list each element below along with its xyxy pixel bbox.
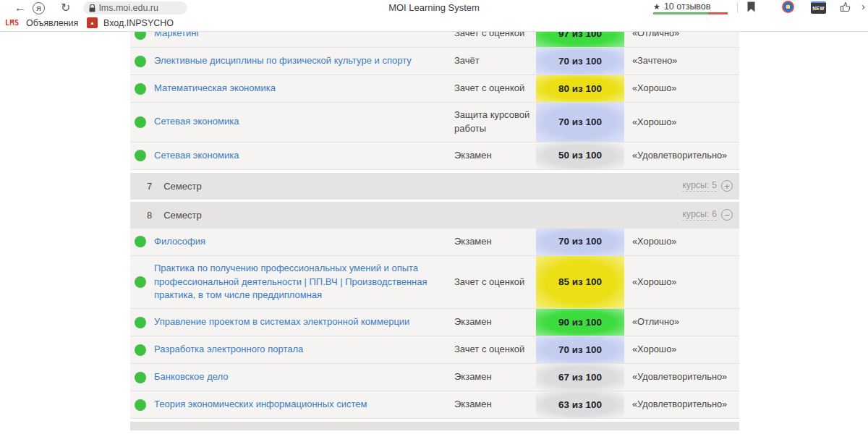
control-type: Зачет с оценкой [454, 256, 536, 309]
score-value: 80 из 100 [558, 82, 602, 96]
score-cell: 67 из 100 [536, 364, 624, 391]
course-status-icon [135, 276, 146, 288]
score-value: 67 из 100 [558, 370, 602, 385]
course-row: Философия Экзамен 70 из 100 «Хорошо» [130, 229, 739, 256]
control-type: Экзамен [454, 309, 536, 336]
control-type: Экзамен [454, 364, 536, 391]
score-cell: 70 из 100 [536, 103, 624, 142]
status-dot-cell [130, 336, 154, 363]
courses-count-link[interactable]: курсы: 5 [682, 180, 717, 192]
status-dot-cell [130, 103, 154, 142]
grade-text: «Хорошо» [624, 75, 739, 102]
course-row: Элективные дисциплины по физической куль… [130, 48, 739, 75]
score-value: 70 из 100 [558, 234, 602, 249]
browser-chrome: ← Я ↻ lms.moi.edu.ru MOI Learning System… [0, 0, 868, 32]
score-value: 70 из 100 [558, 343, 602, 357]
browser-profile-icon[interactable]: Я [33, 2, 45, 14]
course-name-link[interactable]: Сетевая экономика [154, 103, 454, 142]
new-extension-icon[interactable]: NEW [811, 1, 826, 14]
semester-row[interactable]: 7 Семестр курсы: 5 + [130, 173, 739, 200]
course-row: Банковское дело Экзамен 67 из 100 «Удовл… [130, 364, 739, 391]
score-cell: 70 из 100 [536, 48, 624, 75]
courses-count-link[interactable]: курсы: 6 [682, 209, 717, 221]
next-semester-row-partial [130, 422, 739, 430]
course-status-icon [135, 344, 146, 356]
score-value: 70 из 100 [558, 115, 602, 129]
control-type: Зачет с оценкой [454, 75, 536, 102]
score-value: 70 из 100 [558, 54, 602, 69]
status-dot-cell [130, 142, 154, 169]
refresh-icon[interactable]: ↻ [61, 1, 70, 14]
grade-text: «Удовлетворительно» [624, 142, 739, 169]
grade-text: «Хорошо» [624, 336, 739, 363]
reviews-rating[interactable]: ★ 10 отзывов [653, 1, 710, 12]
control-type: Зачет с оценкой [454, 336, 536, 363]
star-icon: ★ [653, 2, 660, 12]
lock-icon [89, 4, 95, 12]
course-status-icon [135, 116, 146, 128]
course-name-link[interactable]: Практика по получению профессиональных у… [154, 256, 454, 309]
course-status-icon [135, 236, 146, 247]
score-cell: 50 из 100 [536, 142, 624, 169]
toolbar-divider [737, 2, 738, 13]
extension-icon[interactable] [782, 1, 794, 13]
course-name-link[interactable]: Философия [154, 229, 454, 255]
page: Маркетинг Зачет с оценкой 97 из 100 «Отл… [0, 0, 868, 434]
course-row: Практика по получению профессиональных у… [130, 256, 739, 310]
semester-number: 7 [147, 181, 152, 192]
bookmark-icon[interactable] [747, 1, 755, 15]
bookmark-item-inpsycho[interactable]: Вход.INPSYCHO [103, 18, 174, 28]
course-row: Разработка электронного портала Зачет с … [130, 336, 739, 364]
score-cell: 80 из 100 [536, 75, 624, 102]
course-status-icon [135, 372, 146, 383]
score-cell: 70 из 100 [536, 336, 624, 363]
semester-toggle-button[interactable]: + [721, 180, 733, 192]
score-value: 85 из 100 [558, 275, 602, 289]
course-row: Сетевая экономика Экзамен 50 из 100 «Удо… [130, 142, 739, 170]
inpsycho-favicon: ▲ [87, 17, 98, 28]
grade-text: «Хорошо» [624, 256, 739, 309]
grade-text: «Удовлетворительно» [624, 391, 739, 418]
score-cell: 63 из 100 [536, 391, 624, 418]
bookmark-item-announcements[interactable]: Объявления [26, 18, 78, 28]
status-dot-cell [130, 75, 154, 102]
semester-row[interactable]: 8 Семестр курсы: 6 − [130, 202, 739, 229]
status-dot-cell [130, 229, 154, 255]
control-type: Защита курсовой работы [454, 103, 536, 142]
course-status-icon [135, 56, 146, 67]
course-name-link[interactable]: Элективные дисциплины по физической куль… [154, 48, 454, 75]
course-status-icon [135, 317, 146, 328]
course-row: Математическая экономика Зачет с оценкой… [130, 75, 739, 103]
reviews-label: 10 отзывов [664, 1, 711, 12]
address-bar[interactable]: lms.moi.edu.ru [83, 1, 187, 14]
semester-toggle-button[interactable]: − [721, 209, 733, 221]
overflow-chevron-icon[interactable]: › [861, 0, 865, 12]
url-text: lms.moi.edu.ru [99, 3, 158, 13]
status-dot-cell [130, 256, 154, 309]
control-type: Экзамен [454, 142, 536, 169]
status-dot-cell [130, 364, 154, 391]
course-name-link[interactable]: Сетевая экономика [154, 142, 454, 169]
thumbs-icon[interactable] [839, 1, 851, 16]
course-name-link[interactable]: Банковское дело [154, 364, 454, 391]
score-value: 63 из 100 [558, 398, 602, 412]
course-name-link[interactable]: Математическая экономика [154, 75, 454, 102]
grades-table: Маркетинг Зачет с оценкой 97 из 100 «Отл… [130, 20, 739, 430]
status-dot-cell [130, 391, 154, 418]
course-name-link[interactable]: Теория экономических информационных сист… [154, 391, 454, 418]
grade-text: «Хорошо» [624, 229, 739, 255]
control-type: Зачёт [454, 48, 536, 75]
control-type: Экзамен [454, 391, 536, 418]
grade-text: «Отлично» [624, 309, 739, 336]
course-status-icon [135, 150, 146, 161]
score-cell: 85 из 100 [536, 256, 624, 309]
course-name-link[interactable]: Разработка электронного портала [154, 336, 454, 363]
status-dot-cell [130, 309, 154, 336]
lms-favicon: LMS [5, 19, 20, 27]
back-icon[interactable]: ← [14, 1, 26, 14]
course-status-icon [135, 83, 146, 95]
control-type: Экзамен [454, 229, 536, 255]
course-name-link[interactable]: Управление проектом в системах электронн… [154, 309, 454, 336]
grade-text: «Удовлетворительно» [624, 364, 739, 391]
course-status-icon [135, 399, 146, 411]
